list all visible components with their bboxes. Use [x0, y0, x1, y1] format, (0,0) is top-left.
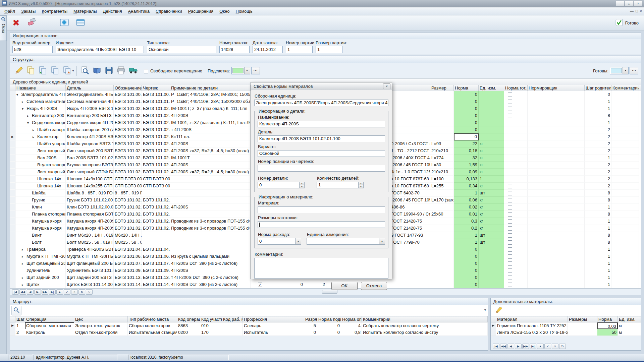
- catalog-book-button[interactable]: [91, 65, 103, 77]
- tree-column-header[interactable]: Примечание по детали: [170, 85, 251, 91]
- cell[interactable]: Катушка якоря 4П-200S БЭТ: [66, 225, 114, 232]
- cell[interactable]: [568, 329, 597, 336]
- cell[interactable]: Лист якорный 200 БЭТЗ 101.: [66, 147, 114, 155]
- cell[interactable]: Герметик Пентэласт-1105 ТУ 2252-194: [496, 322, 568, 329]
- cell[interactable]: БЭТЗ 101.13.00.0: [114, 274, 142, 281]
- cell[interactable]: х 10 ГОСТ 8787-68: [390, 176, 430, 183]
- tree-column-header[interactable]: Ед. изм.: [479, 85, 504, 91]
- norm-ready-cell[interactable]: [504, 155, 528, 162]
- cell[interactable]: [528, 246, 585, 253]
- spinner-arrows-icon[interactable]: ▲▼: [299, 182, 304, 188]
- norm-ready-cell[interactable]: [504, 253, 528, 260]
- cell[interactable]: 0: [585, 91, 611, 98]
- norm-cell[interactable]: 0: [454, 246, 479, 253]
- norm-ready-checkbox[interactable]: [508, 283, 512, 287]
- cell[interactable]: Р=11кВт; 440/110В; 28А; 1500/3000 об.мин: [170, 98, 251, 105]
- cell[interactable]: СТП БЭТЗ 001 -08: [142, 176, 170, 183]
- close-button[interactable]: ×: [634, 1, 642, 6]
- cell[interactable]: -2006 / 45 ГОСТ 1050: [390, 197, 430, 204]
- cell[interactable]: [390, 133, 430, 140]
- additional-column-header[interactable]: Норма: [597, 316, 618, 322]
- cell[interactable]: х 10 ГОСТ 8787-68: [390, 183, 430, 190]
- cell[interactable]: [528, 190, 585, 197]
- norm-ready-checkbox[interactable]: [508, 247, 512, 252]
- cell[interactable]: 1: [585, 260, 611, 267]
- norm-cell[interactable]: 0,2: [454, 225, 479, 232]
- cell[interactable]: [390, 119, 430, 126]
- norm-cell[interactable]: 0,06: [454, 197, 479, 204]
- tree-column-header[interactable]: Норма: [454, 85, 479, 91]
- cell[interactable]: 1: [585, 253, 611, 260]
- cell[interactable]: 1: [585, 98, 611, 105]
- norm-ready-checkbox[interactable]: [508, 156, 512, 160]
- copy-from-order-button[interactable]: [49, 65, 61, 77]
- cell[interactable]: [611, 239, 639, 246]
- field-input[interactable]: Основной: [147, 46, 216, 53]
- norm-cell[interactable]: 0: [454, 274, 479, 281]
- cell[interactable]: 8863: [177, 322, 200, 329]
- cell[interactable]: [528, 281, 585, 288]
- cell[interactable]: [390, 260, 430, 267]
- view-grid-button[interactable]: [74, 16, 87, 30]
- cell[interactable]: [611, 190, 639, 197]
- cell[interactable]: [142, 190, 170, 197]
- norm-ready-cell[interactable]: [504, 204, 528, 211]
- comments-textarea[interactable]: [254, 258, 388, 279]
- ready-color-combo[interactable]: ▼: [610, 67, 629, 74]
- menu-item[interactable]: Аналитика: [125, 7, 153, 15]
- minimize-button[interactable]: —: [616, 1, 624, 6]
- nav-button[interactable]: ▶: [515, 344, 522, 349]
- cell[interactable]: 4П-200S: [170, 112, 251, 119]
- expand-icon[interactable]: ▸: [22, 282, 26, 288]
- cell[interactable]: [528, 133, 585, 140]
- norm-ready-checkbox[interactable]: [508, 226, 512, 231]
- nav-button[interactable]: ◀: [27, 289, 34, 295]
- cell[interactable]: [611, 267, 639, 274]
- search-detail-button[interactable]: [79, 65, 91, 77]
- cell[interactable]: L=255: [430, 183, 454, 190]
- tree-column-header[interactable]: Название: [15, 85, 66, 91]
- route-column-header[interactable]: Норма опер.: [341, 316, 362, 322]
- unit-cell[interactable]: [479, 253, 504, 260]
- norm-cell[interactable]: 0,34: [454, 183, 479, 190]
- cell[interactable]: [528, 169, 585, 176]
- cell[interactable]: [611, 281, 639, 288]
- unit-cell[interactable]: шт: [479, 232, 504, 239]
- cell[interactable]: Испытатель: [243, 329, 304, 336]
- cell[interactable]: 1: [585, 218, 611, 225]
- cell[interactable]: [430, 225, 454, 232]
- cell[interactable]: Планка стопорная БЭТЗ 101.: [66, 211, 114, 218]
- unit-cell[interactable]: кг: [479, 204, 504, 211]
- chevron-down-icon[interactable]: ▼: [623, 67, 628, 74]
- mdi-minimize-icon[interactable]: —: [630, 7, 634, 15]
- cell[interactable]: БЭТЗ 101.02.00.0: [142, 204, 170, 211]
- field-input[interactable]: 528: [12, 46, 53, 53]
- expand-icon[interactable]: ▾: [22, 106, 26, 112]
- norm-ready-cell[interactable]: [504, 260, 528, 267]
- cell[interactable]: Шайба запорная 200 (из отл: [66, 126, 114, 133]
- nav-button[interactable]: ▲: [56, 289, 63, 295]
- cell[interactable]: Щиток БЭТЗ 101.14.00.000: [66, 281, 114, 288]
- tree-node[interactable]: Шайба: [15, 190, 66, 197]
- nav-button[interactable]: ◀◀: [19, 289, 26, 295]
- additional-row[interactable]: Лента ЛСБЭ-155 0.2 х 20 ТУ 6-19-394-Е50м: [491, 329, 641, 336]
- cell[interactable]: Лента ЛСБЭ-155 0.2 х 20 ТУ 6-19-394-Е: [496, 329, 568, 336]
- norm-ready-cell[interactable]: [504, 246, 528, 253]
- norm-ready-checkbox[interactable]: [508, 184, 512, 188]
- menu-item[interactable]: Окно: [216, 7, 232, 15]
- cell[interactable]: 486-86: [390, 204, 430, 211]
- norm-cell[interactable]: 0: [454, 281, 479, 288]
- cell[interactable]: М6х20 . 14Н . 01: [114, 232, 142, 239]
- cell[interactable]: [390, 91, 430, 98]
- tree-node[interactable]: Винт: [15, 232, 66, 239]
- cell[interactable]: [611, 119, 639, 126]
- unit-cell[interactable]: [479, 133, 504, 140]
- cell[interactable]: 25x60: [430, 211, 454, 218]
- cell[interactable]: [430, 281, 454, 288]
- norm-ready-cell[interactable]: [504, 225, 528, 232]
- cell[interactable]: ГОСТ 21428-75: [390, 225, 430, 232]
- norm-cell[interactable]: 0,03: [597, 322, 618, 329]
- unit-cell[interactable]: кг: [479, 197, 504, 204]
- cell[interactable]: Сборочно- монтажная: [25, 322, 74, 329]
- nav-button[interactable]: ×: [71, 289, 78, 295]
